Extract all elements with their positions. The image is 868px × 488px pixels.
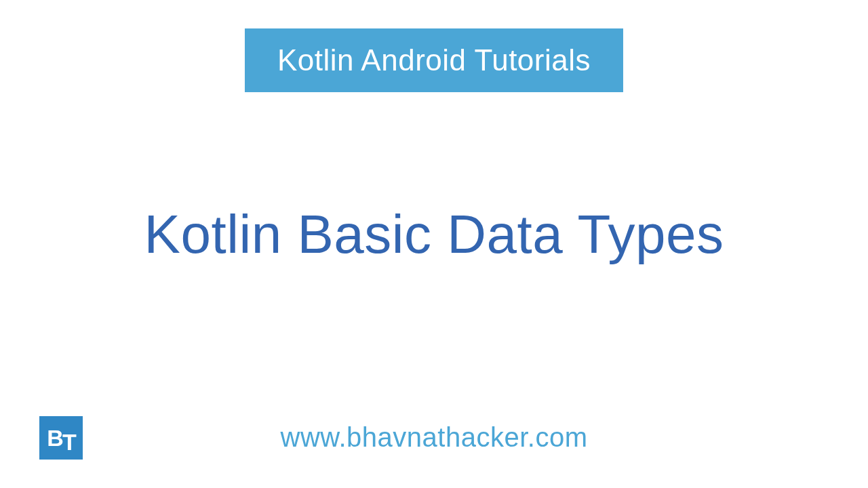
brand-logo: BT <box>39 416 83 460</box>
footer-url: www.bhavnathacker.com <box>281 422 588 453</box>
brand-logo-initials: BT <box>47 426 75 449</box>
footer-url-text: www.bhavnathacker.com <box>281 422 588 452</box>
logo-letter-b: B <box>47 425 62 451</box>
slide-title: Kotlin Basic Data Types <box>144 203 724 266</box>
series-banner: Kotlin Android Tutorials <box>245 28 623 92</box>
series-banner-text: Kotlin Android Tutorials <box>277 43 591 77</box>
logo-letter-t: T <box>62 429 75 455</box>
slide: Kotlin Android Tutorials Kotlin Basic Da… <box>0 0 868 488</box>
slide-title-text: Kotlin Basic Data Types <box>144 204 724 264</box>
